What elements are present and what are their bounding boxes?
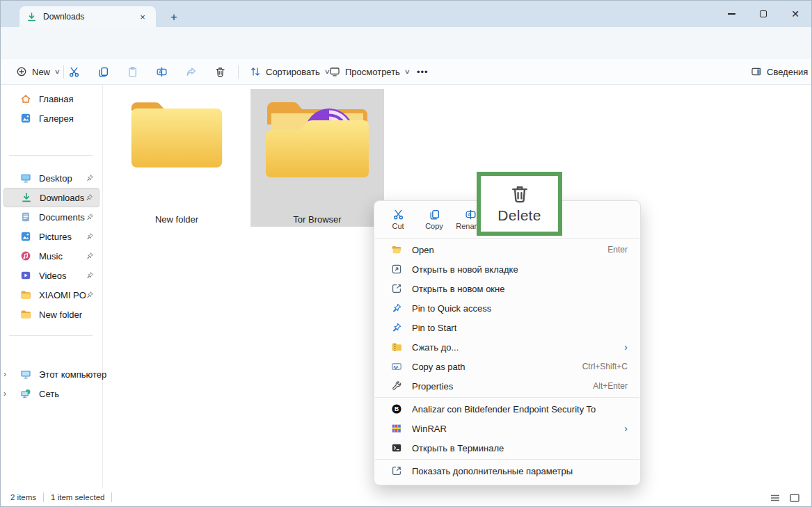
chevron-down-icon: ∨ (54, 68, 61, 75)
view-button[interactable]: Просмотреть ∨ (322, 61, 417, 82)
copy-button[interactable] (91, 61, 115, 82)
file-tile-new-folder[interactable] (126, 97, 228, 176)
sidebar-item-xiaomi-poco[interactable]: XIAOMI POCO F (3, 285, 99, 305)
desktop-icon (20, 172, 31, 184)
sidebar-item-pictures[interactable]: Pictures (3, 227, 99, 246)
navigation-bar: › Downloads › (1, 27, 811, 59)
sidebar-divider (102, 85, 103, 488)
menu-item-winrar[interactable]: WinRAR › (377, 419, 637, 438)
file-tile-tor-browser[interactable] (262, 95, 373, 183)
open-new-window-icon (391, 283, 402, 294)
sidebar-item-documents[interactable]: Documents (3, 207, 99, 227)
pin-icon (86, 291, 94, 299)
maximize-button[interactable] (747, 1, 779, 27)
menu-item-bitdefender-scan[interactable]: Analizar con Bitdefender Endpoint Securi… (377, 399, 637, 419)
cut-icon (68, 66, 80, 78)
copy-icon (429, 209, 440, 220)
menu-item-open[interactable]: Open Enter (377, 240, 637, 259)
sidebar-item-downloads[interactable]: Downloads (3, 188, 99, 207)
file-label[interactable]: New folder (121, 214, 232, 225)
view-button-label: Просмотреть (345, 67, 400, 77)
sidebar-item-new-folder[interactable]: New folder (3, 305, 99, 324)
delete-button[interactable] (208, 61, 232, 82)
menu-item-open-new-tab[interactable]: Открыть в новой вкладке (377, 259, 637, 279)
submenu-chevron-icon: › (624, 423, 628, 434)
sidebar-item-this-pc[interactable]: › Этот компьютер (15, 364, 111, 384)
paste-button[interactable] (120, 61, 144, 82)
close-button[interactable]: ✕ (779, 1, 811, 27)
chevron-right-icon[interactable]: › (3, 369, 6, 379)
menu-item-pin-to-start[interactable]: Pin to Start (377, 318, 637, 337)
sidebar-item-videos[interactable]: Videos (3, 266, 99, 285)
details-panel-icon (751, 66, 762, 77)
share-icon (185, 66, 197, 78)
chevron-right-icon[interactable]: › (3, 389, 6, 399)
new-button[interactable]: New ∨ (9, 61, 67, 82)
sidebar-item-home[interactable]: Главная (3, 89, 99, 108)
menu-item-open-in-terminal[interactable]: Открыть в Терминале (377, 438, 637, 458)
selected-count: 1 item selected (51, 493, 104, 501)
share-button[interactable] (179, 61, 202, 82)
menu-divider (375, 459, 639, 460)
sidebar-item-gallery[interactable]: Галерея (3, 108, 99, 128)
sidebar-item-label: Сеть (39, 389, 59, 399)
sidebar-item-network[interactable]: › Сеть (15, 384, 111, 403)
cut-button[interactable] (62, 61, 86, 82)
details-pane-button[interactable]: Сведения (744, 61, 812, 82)
status-divider (111, 492, 112, 502)
folder-tor-icon (262, 95, 373, 180)
delete-annotation-highlight[interactable]: Delete (477, 172, 562, 236)
network-icon (20, 388, 31, 399)
new-tab-button[interactable]: + (166, 10, 182, 25)
sidebar-item-label: Music (39, 251, 63, 261)
sidebar-item-label: Этот компьютер (39, 369, 106, 380)
tab-close-button[interactable]: × (136, 10, 149, 23)
pin-icon (391, 303, 402, 314)
status-bar: 2 items 1 item selected (1, 488, 811, 507)
explorer-tab-downloads[interactable]: Downloads × (19, 6, 156, 27)
menu-item-open-new-window[interactable]: Открыть в новом окне (377, 279, 637, 298)
delete-icon (214, 66, 226, 78)
minimize-button[interactable] (715, 1, 747, 27)
rename-icon (156, 66, 168, 78)
close-icon: ✕ (791, 8, 799, 19)
menu-item-show-more-options[interactable]: Показать дополнительные параметры (377, 461, 637, 481)
properties-icon (391, 380, 402, 392)
file-label[interactable]: Tor Browser (262, 214, 373, 225)
download-icon (26, 12, 37, 22)
menu-item-pin-quick-access[interactable]: Pin to Quick access (377, 298, 637, 318)
details-view-icon (770, 494, 780, 502)
sidebar-section-divider (9, 335, 93, 336)
thumbnails-view-button[interactable] (786, 492, 803, 504)
cut-menu-button[interactable]: Cut (380, 204, 416, 236)
sidebar-item-desktop[interactable]: Desktop (3, 168, 99, 188)
sidebar-item-label: Галерея (39, 113, 74, 124)
rename-button[interactable] (150, 61, 173, 82)
details-view-button[interactable] (767, 492, 783, 504)
open-folder-icon (391, 244, 402, 255)
pin-icon (86, 232, 94, 241)
menu-item-compress-to[interactable]: Сжать до... › (377, 337, 637, 357)
sidebar-item-label: New folder (39, 309, 82, 320)
menu-item-properties[interactable]: Properties Alt+Enter (377, 376, 637, 396)
more-options-icon (391, 465, 402, 476)
sidebar-section-divider (9, 155, 93, 156)
ellipsis-icon: ••• (417, 67, 429, 77)
cut-icon (392, 209, 404, 220)
folder-icon (20, 289, 31, 300)
sidebar-item-label: XIAOMI POCO F (39, 290, 86, 300)
home-icon (20, 93, 31, 104)
plus-circle-icon (16, 66, 27, 77)
gallery-icon (20, 113, 31, 124)
menu-item-copy-as-path[interactable]: Copy as path Ctrl+Shift+C (377, 357, 637, 376)
delete-annotation-label: Delete (497, 207, 541, 224)
videos-icon (20, 270, 31, 281)
maximize-icon (760, 10, 767, 17)
file-explorer-window: Downloads × + ✕ › Downloads › (0, 0, 812, 507)
sidebar-item-music[interactable]: Music (3, 246, 99, 266)
rename-icon (465, 209, 477, 220)
context-menu: Cut Copy Rename Open Enter Открыть в нов… (374, 200, 641, 485)
more-button[interactable]: ••• (410, 61, 436, 82)
sort-button-label: Сортировать (266, 67, 320, 77)
copy-menu-button[interactable]: Copy (416, 204, 452, 236)
